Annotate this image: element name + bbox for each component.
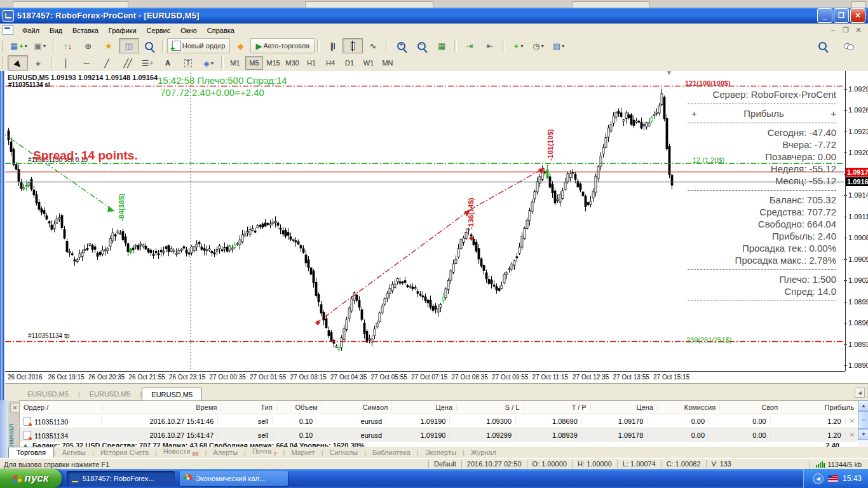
taskbar-task[interactable]: 5187457: RoboForex... (67, 471, 175, 486)
terminal-tab-Новости[interactable]: Новости 99 (157, 447, 205, 458)
metaeditor-button[interactable]: ◆ (230, 38, 250, 53)
chart-tab-1[interactable]: EURUSD,M5 (80, 387, 140, 401)
terminal-tab-Торговля[interactable]: Торговля (8, 447, 54, 458)
terminal-button[interactable]: ◫ (119, 38, 139, 53)
chart-shift-button[interactable]: ⇤ (480, 38, 500, 53)
timeframe-button-M30[interactable]: M30 (283, 56, 301, 70)
candlestick-chart-button[interactable] (342, 38, 363, 53)
menu-Вид[interactable]: Вид (44, 25, 67, 36)
scroll-up-button[interactable]: ▲ (858, 400, 868, 411)
mdi-minimize-button[interactable]: – (829, 26, 837, 34)
auto-scroll-button[interactable]: ⇥ (459, 38, 480, 53)
timeframe-button-W1[interactable]: W1 (360, 56, 377, 70)
scroll-down-button[interactable]: ▼ (858, 429, 868, 440)
menu-Графики[interactable]: Графики (104, 25, 142, 36)
timeframe-button-H1[interactable]: H1 (302, 56, 320, 70)
navigator-button[interactable]: ★ (98, 38, 119, 53)
new-order-button[interactable]: Новый ордер (167, 38, 231, 53)
terminal-tab-История Счета[interactable]: История Счета (94, 448, 155, 457)
terminal-tab-Библиотека[interactable]: Библиотека (366, 448, 417, 457)
new-chart-button[interactable]: ▦+▾ (8, 38, 30, 53)
channel-tool-button[interactable]: ╱╱ (117, 55, 137, 71)
timeframe-button-M5[interactable]: M5 (245, 56, 263, 70)
chart-tab-0[interactable]: EURUSD,M5 (18, 387, 78, 401)
line-chart-button[interactable]: ∿ (363, 38, 383, 53)
timeframe-button-H4[interactable]: H4 (322, 56, 339, 70)
bar-chart-button[interactable]: ∥ǀ (322, 38, 342, 53)
profiles-button[interactable]: ▣▾ (30, 38, 50, 53)
terminal-tab-Алерты[interactable]: Алерты (207, 448, 244, 457)
trendline-tool-button[interactable]: ╱ (97, 55, 117, 71)
indicators-button[interactable]: ＋▾ (508, 38, 528, 53)
horizontal-line-tool-button[interactable]: ─ (76, 55, 97, 71)
market-watch-button[interactable]: ↑↓ (58, 38, 78, 53)
balance-summary-row[interactable]: ▲ Баланс: 705.32 USD Средства: 707.72 Ма… (19, 442, 858, 447)
zoom-out-button[interactable]: − (411, 38, 431, 53)
terminal-tab-Журнал[interactable]: Журнал (465, 448, 503, 457)
column-header[interactable]: Время (103, 403, 222, 411)
autotrading-button[interactable]: ▶Авто-торговля (250, 38, 315, 53)
periods-button[interactable]: ◷▾ (528, 38, 548, 53)
close-button[interactable]: ✕ (850, 8, 865, 23)
column-header[interactable]: Тип (221, 403, 276, 411)
crosshair-tool-button[interactable]: + (28, 55, 48, 71)
mdi-restore-button[interactable]: ❐ (841, 26, 850, 34)
community-button[interactable] (839, 38, 859, 53)
start-button[interactable]: пуск (0, 469, 62, 488)
label-tool-button[interactable]: T (178, 55, 198, 71)
column-header[interactable]: Объем (277, 403, 322, 411)
close-order-icon[interactable]: ✕ (846, 431, 858, 438)
column-header[interactable]: Своп (720, 403, 782, 411)
status-profile[interactable]: Default (428, 460, 461, 468)
column-header[interactable]: Комиссия (658, 403, 720, 411)
column-header[interactable]: Ордер / (20, 403, 103, 411)
order-row[interactable]: 1103511302016.10.27 15:41:46sell0.10euru… (20, 414, 858, 428)
price-axis[interactable]: 1.092951.092651.092351.092051.091751.091… (845, 71, 868, 371)
strategy-tester-button[interactable] (139, 38, 159, 53)
column-header[interactable]: T / P (524, 403, 590, 411)
column-header[interactable]: Символ (322, 403, 393, 411)
terminal-side-strip[interactable]: Терминал (0, 400, 8, 458)
column-header[interactable]: Цена (392, 403, 457, 411)
terminal-tab-Эксперты[interactable]: Эксперты (419, 448, 463, 457)
chart-tab-2[interactable]: EURUSD,M5 (142, 388, 202, 402)
timeframe-button-D1[interactable]: D1 (341, 56, 358, 70)
tile-windows-button[interactable]: ▦ (431, 38, 452, 53)
minimize-button[interactable]: _ (817, 8, 832, 23)
close-order-icon[interactable]: ✕ (846, 417, 858, 424)
tab-scroll-left-button[interactable]: ◀ (855, 388, 865, 398)
chart-area[interactable]: EURUSD,M5 1.09193 1.09214 1.09148 1.0916… (5, 71, 868, 383)
terminal-tab-Маркет[interactable]: Маркет (285, 448, 321, 457)
language-flag-icon[interactable] (828, 475, 838, 482)
fibonacci-tool-button[interactable]: ☰F (137, 55, 158, 71)
terminal-tab-Почта[interactable]: Почта 7 (246, 447, 283, 458)
menu-Сервис[interactable]: Сервис (142, 25, 176, 36)
column-header[interactable]: S / L (457, 403, 524, 411)
menu-Окно[interactable]: Окно (175, 25, 202, 36)
maximize-button[interactable]: ❐ (834, 8, 849, 23)
data-window-button[interactable]: ⊕ (78, 38, 98, 53)
terminal-close-button[interactable]: ✕ (10, 403, 20, 412)
column-header[interactable]: Прибыль (782, 403, 858, 411)
timeframe-button-MN[interactable]: MN (379, 56, 397, 70)
search-button[interactable] (812, 38, 832, 53)
menu-Вставка[interactable]: Вставка (67, 25, 104, 36)
mdi-close-button[interactable]: ✕ (854, 26, 863, 34)
tray-chevron-icon[interactable]: ◀ (813, 473, 824, 484)
timeframe-button-M1[interactable]: M1 (226, 56, 244, 70)
vertical-line-tool-button[interactable]: │ (56, 55, 76, 71)
terminal-tab-Активы[interactable]: Активы (56, 448, 92, 457)
column-header[interactable]: Цена (591, 403, 658, 411)
text-tool-button[interactable]: A (158, 55, 178, 71)
taskbar-task[interactable]: Экономический кал... (180, 471, 288, 486)
table-scrollbar[interactable]: ▲ ≡ ▼ (858, 400, 868, 447)
menu-Файл[interactable]: Файл (17, 25, 44, 36)
timeframe-button-M15[interactable]: M15 (264, 56, 282, 70)
cursor-tool-button[interactable] (8, 55, 28, 71)
arrows-tool-button[interactable]: ◈▾ (198, 55, 219, 71)
time-axis[interactable]: 26 Oct 201626 Oct 19:1526 Oct 20:3526 Oc… (5, 371, 845, 383)
zoom-in-button[interactable]: + (391, 38, 411, 53)
menu-Справка[interactable]: Справка (202, 25, 240, 36)
templates-button[interactable]: ▧▾ (548, 38, 569, 53)
terminal-tab-Сигналы[interactable]: Сигналы (323, 448, 365, 457)
